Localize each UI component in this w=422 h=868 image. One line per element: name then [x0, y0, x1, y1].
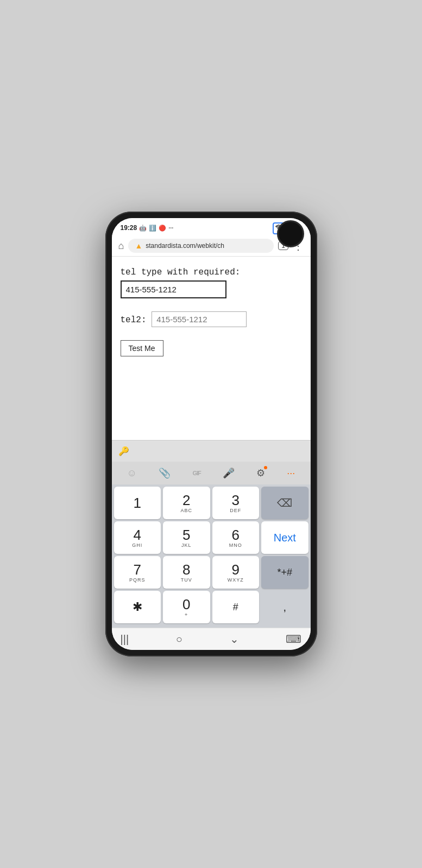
bottom-nav: ||| ○ ⌄ ⌨ — [112, 628, 311, 650]
info-icon: ℹ️ — [149, 225, 156, 232]
nav-keyboard-icon[interactable]: ⌨ — [286, 633, 301, 646]
warning-icon: ▲ — [135, 241, 142, 250]
more-icon[interactable]: ··· — [282, 465, 299, 481]
home-icon[interactable]: ⌂ — [118, 240, 124, 252]
numpad: 1 2 ABC 3 DEF ⌫ 4 GHI — [112, 484, 311, 628]
test-button-group: Test Me — [121, 340, 302, 356]
key-9[interactable]: 9 WXYZ — [212, 556, 260, 589]
nav-back-icon[interactable]: ||| — [121, 633, 129, 646]
key-special-chars[interactable]: *+# — [261, 556, 308, 589]
url-bar[interactable]: ▲ standardista.com/webkit/ch — [128, 239, 274, 253]
numpad-row-1: 1 2 ABC 3 DEF ⌫ — [114, 487, 308, 519]
tel-label: tel type with required: — [121, 267, 302, 277]
url-text: standardista.com/webkit/ch — [146, 242, 224, 250]
key-2[interactable]: 2 ABC — [163, 487, 210, 519]
key-3[interactable]: 3 DEF — [212, 487, 260, 519]
key-0[interactable]: 0 + — [163, 591, 210, 623]
phone-screen: 19:28 🤖 ℹ️ 🔴 ··· ⌂ ▲ standardista.com/we… — [112, 218, 311, 650]
clip-icon[interactable]: 📎 — [154, 465, 175, 481]
tel-form-group: tel type with required: — [121, 267, 302, 298]
numpad-row-3: 7 PQRS 8 TUV 9 WXYZ *+# — [114, 556, 308, 589]
key-star[interactable]: ✱ — [114, 591, 161, 623]
key-4[interactable]: 4 GHI — [114, 521, 161, 554]
nav-recents-icon[interactable]: ⌄ — [230, 633, 239, 646]
emoji-icon[interactable]: ☺ — [123, 465, 141, 481]
settings-icon[interactable]: ⚙ — [252, 465, 269, 481]
keyboard-input-toolbar: ☺ 📎 GIF 🎤 ⚙ ··· — [112, 462, 311, 484]
keyboard-toolbar-bar: 🔑 — [112, 440, 311, 462]
test-me-button[interactable]: Test Me — [121, 340, 163, 356]
gif-icon[interactable]: GIF — [188, 468, 205, 478]
tel2-form-group: tel2: — [121, 311, 302, 327]
time: 19:28 — [121, 224, 137, 232]
android-icon: 🤖 — [139, 225, 147, 232]
key-8[interactable]: 8 TUV — [163, 556, 210, 589]
phone-frame: 19:28 🤖 ℹ️ 🔴 ··· ⌂ ▲ standardista.com/we… — [105, 212, 317, 656]
numpad-row-2: 4 GHI 5 JKL 6 MNO Next — [114, 521, 308, 554]
camera — [277, 220, 304, 247]
tel-input[interactable] — [121, 280, 226, 298]
key-6[interactable]: 6 MNO — [212, 521, 260, 554]
web-content: tel type with required: tel2: Test Me — [112, 257, 311, 440]
key-7[interactable]: 7 PQRS — [114, 556, 161, 589]
tel2-input[interactable] — [152, 311, 247, 327]
key-comma[interactable]: , — [261, 591, 308, 623]
mic-icon[interactable]: 🎤 — [218, 465, 239, 481]
key-backspace[interactable]: ⌫ — [261, 487, 308, 519]
key-icon: 🔑 — [118, 446, 129, 456]
nav-home-icon[interactable]: ○ — [176, 633, 182, 646]
key-1[interactable]: 1 — [114, 487, 161, 519]
key-hash[interactable]: # — [212, 591, 260, 623]
status-left: 19:28 🤖 ℹ️ 🔴 ··· — [121, 224, 174, 232]
key-5[interactable]: 5 JKL — [163, 521, 210, 554]
more-dots: ··· — [168, 225, 173, 231]
firefox-icon: 🔴 — [159, 225, 166, 232]
key-next[interactable]: Next — [261, 521, 308, 554]
numpad-row-4: ✱ 0 + # , — [114, 591, 308, 623]
tel2-label: tel2: — [121, 311, 302, 327]
